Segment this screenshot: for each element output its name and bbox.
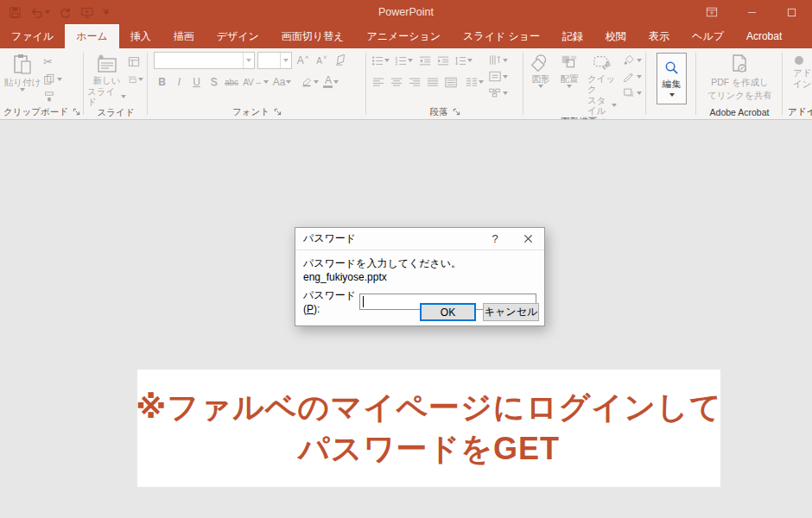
decrease-indent-button[interactable] [416, 51, 433, 70]
paragraph-dialog-launcher-icon[interactable] [453, 108, 460, 116]
minimize-button[interactable] [734, 0, 769, 24]
slide-section-button[interactable] [126, 72, 145, 86]
bold-button[interactable]: B [154, 73, 170, 92]
format-painter-button[interactable] [41, 89, 79, 104]
quick-styles-button[interactable]: クイック スタイル [584, 51, 620, 116]
tab-animations[interactable]: アニメーション [355, 24, 452, 48]
clear-formatting-button[interactable] [333, 51, 349, 70]
clipboard-dialog-launcher-icon[interactable] [73, 108, 80, 116]
line-spacing-icon [454, 55, 466, 66]
redo-button[interactable] [59, 6, 72, 19]
text-direction-button[interactable] [487, 53, 517, 67]
undo-button[interactable] [30, 6, 50, 19]
cancel-button[interactable]: キャンセル [483, 303, 539, 321]
tab-record[interactable]: 記録 [551, 24, 594, 48]
paste-button[interactable]: 貼り付け [3, 51, 41, 104]
font-dialog-launcher-icon[interactable] [274, 108, 282, 116]
shrink-font-arrow-icon: ˅ [323, 54, 327, 61]
titlebar: PowerPoint [0, 0, 812, 24]
editing-button[interactable]: 編集 [657, 53, 687, 104]
increase-indent-button[interactable] [435, 51, 451, 70]
copy-icon [43, 73, 55, 85]
shape-fill-button[interactable] [621, 53, 644, 67]
convert-smartart-button[interactable] [487, 85, 517, 100]
tab-design[interactable]: デザイン [206, 24, 270, 48]
tab-insert[interactable]: 挿入 [119, 24, 162, 48]
change-case-button[interactable]: Aa [271, 73, 294, 92]
tab-home[interactable]: ホーム [65, 24, 119, 48]
change-case-label: Aa [273, 76, 286, 88]
text-highlight-button[interactable] [299, 73, 320, 92]
save-button[interactable] [9, 6, 22, 19]
customize-qat-button[interactable] [103, 9, 109, 16]
font-size-combobox[interactable] [257, 52, 292, 69]
shrink-font-button[interactable]: A˅ [314, 51, 330, 70]
arrange-button[interactable]: 配置 [555, 51, 583, 116]
tab-help[interactable]: ヘルプ [681, 24, 735, 48]
align-right-button[interactable] [406, 73, 422, 92]
create-pdf-label-1: PDF を作成し [711, 77, 768, 88]
numbering-dropdown-icon [408, 59, 413, 62]
create-pdf-share-link-button[interactable]: PDF を作成し てリンクを共有 [707, 51, 772, 104]
shape-effects-button[interactable] [621, 85, 644, 100]
shape-outline-icon [623, 71, 635, 82]
cut-icon: ✂ [43, 55, 53, 68]
align-text-button[interactable] [487, 69, 517, 84]
character-spacing-dropdown-icon [263, 80, 269, 84]
tab-view[interactable]: 表示 [638, 24, 681, 48]
tab-draw[interactable]: 描画 [162, 24, 206, 48]
shape-outline-button[interactable] [621, 69, 644, 84]
undo-dropdown-icon[interactable] [45, 10, 50, 14]
align-center-icon [390, 77, 403, 88]
ribbon-group-clipboard: 貼り付け ✂ クリップボード [0, 48, 84, 119]
cut-button[interactable]: ✂ [41, 54, 79, 69]
text-highlight-icon [301, 76, 313, 88]
align-left-button[interactable] [370, 73, 386, 92]
line-spacing-button[interactable] [453, 51, 474, 70]
tab-acrobat[interactable]: Acrobat [735, 24, 793, 48]
ribbon-display-options-button[interactable] [695, 0, 729, 24]
font-name-combobox[interactable] [154, 52, 255, 69]
numbering-button[interactable] [393, 51, 415, 70]
maximize-button[interactable] [774, 0, 809, 24]
tab-transitions[interactable]: 画面切り替え [270, 24, 356, 48]
align-text-icon [489, 71, 501, 82]
font-color-button[interactable]: A [321, 73, 340, 92]
bullets-button[interactable] [370, 51, 391, 70]
password-filename: eng_fukiyose.pptx [303, 270, 536, 284]
align-center-button[interactable] [388, 73, 404, 92]
password-dialog-body: パスワードを入力してください。 eng_fukiyose.pptx パスワード(… [295, 250, 544, 326]
strikethrough-button[interactable]: abc [223, 73, 240, 92]
tab-review[interactable]: 校閲 [594, 24, 638, 48]
ribbon-group-paragraph: 段落 [366, 48, 523, 119]
tab-slideshow[interactable]: スライド ショー [452, 24, 551, 48]
grow-font-button[interactable]: A˄ [295, 51, 311, 70]
underline-button[interactable]: U [188, 73, 205, 92]
ribbon: 貼り付け ✂ クリップボード [0, 48, 812, 120]
dialog-close-button[interactable] [511, 228, 544, 250]
copy-button[interactable] [41, 72, 79, 86]
addins-button[interactable]: アド イン [786, 51, 812, 104]
columns-button[interactable] [464, 73, 485, 92]
paragraph-group-label: 段落 [430, 106, 448, 118]
format-painter-icon [43, 91, 55, 103]
justify-icon [427, 77, 439, 88]
character-spacing-button[interactable]: AV↔ [241, 73, 270, 92]
distribute-text-button[interactable] [442, 73, 459, 92]
password-dialog-title: パスワード [303, 231, 479, 246]
start-slideshow-button[interactable] [80, 6, 94, 19]
ribbon-group-slides: 新しい スライド スライド [84, 48, 148, 119]
password-prompt-message: パスワードを入力してください。 [303, 256, 536, 270]
new-slide-label-2: スライド [87, 86, 119, 107]
grow-font-arrow-icon: ˄ [305, 54, 309, 61]
slide-layout-button[interactable] [126, 54, 145, 69]
text-shadow-button[interactable]: S [206, 73, 222, 92]
new-slide-button[interactable]: 新しい スライド [87, 51, 126, 107]
dialog-help-button[interactable]: ? [479, 228, 511, 250]
ok-button[interactable]: OK [420, 303, 476, 321]
numbering-icon [395, 55, 407, 66]
justify-button[interactable] [424, 73, 441, 92]
shapes-button[interactable]: 図形 [527, 51, 555, 116]
italic-button[interactable]: I [171, 73, 187, 92]
tab-file[interactable]: ファイル [0, 24, 65, 48]
